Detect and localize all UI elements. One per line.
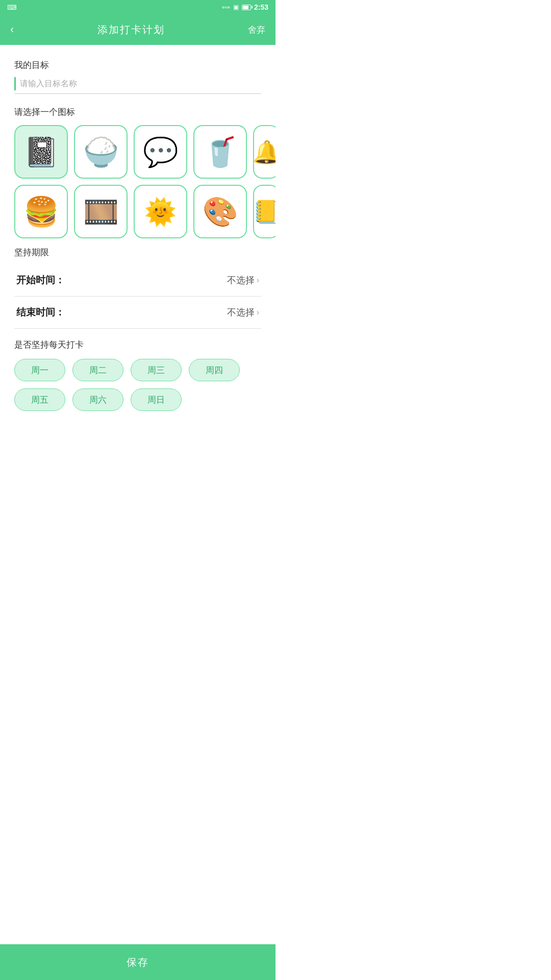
film-emoji: 🎞️: [83, 198, 119, 226]
daily-check-label: 是否坚持每天打卡: [14, 339, 261, 351]
header: ‹ 添加打卡计划 舍弃: [0, 14, 276, 45]
end-time-chevron: ›: [257, 308, 259, 317]
burger-emoji: 🍔: [23, 198, 59, 226]
icon-item-rice[interactable]: 🍚: [74, 125, 128, 179]
discard-button[interactable]: 舍弃: [248, 24, 265, 36]
weekday-mon[interactable]: 周一: [14, 359, 65, 381]
weekday-thu[interactable]: 周四: [189, 359, 240, 381]
start-time-row[interactable]: 开始时间： 不选择 ›: [14, 264, 261, 297]
chat-emoji: 💬: [143, 138, 179, 166]
icon-item-notebook[interactable]: 📓: [14, 125, 68, 179]
weekday-wed[interactable]: 周三: [131, 359, 182, 381]
weekday-grid: 周一 周二 周三 周四 周五 周六 周日: [14, 359, 261, 411]
end-time-row[interactable]: 结束时间： 不选择 ›: [14, 297, 261, 329]
weekday-sat[interactable]: 周六: [72, 388, 123, 411]
status-bar: ⌨ ⟺ ▣ 2:53: [0, 0, 276, 14]
battery-icon: [242, 5, 251, 10]
weekday-sun[interactable]: 周日: [131, 388, 182, 411]
start-time-value: 不选择 ›: [227, 274, 259, 286]
notebook2-emoji: 📒: [253, 199, 276, 225]
icon-item-drink[interactable]: 🥤: [193, 125, 247, 179]
status-time: 2:53: [254, 3, 268, 11]
weekday-fri[interactable]: 周五: [14, 388, 65, 411]
content-area: 我的目标 请选择一个图标 📓 🍚 💬 🥤 🔔 🍔 🎞️ 🌞: [0, 45, 276, 421]
goal-input-wrapper: [14, 77, 261, 94]
icon-select-label: 请选择一个图标: [14, 106, 261, 118]
icon-item-chat[interactable]: 💬: [134, 125, 187, 179]
icon-row-2: 🍔 🎞️ 🌞 🎨 📒: [14, 185, 261, 238]
signal-icon: ⟺: [222, 4, 230, 11]
drink-emoji: 🥤: [203, 138, 238, 166]
start-time-chevron: ›: [257, 276, 259, 285]
icon-item-sun[interactable]: 🌞: [134, 185, 187, 238]
keyboard-icon: ⌨: [7, 4, 17, 11]
end-time-label: 结束时间：: [16, 306, 65, 319]
icon-row-1: 📓 🍚 💬 🥤 🔔: [14, 125, 261, 179]
back-button[interactable]: ‹: [10, 23, 14, 36]
sun-emoji: 🌞: [144, 199, 177, 225]
start-time-label: 开始时间：: [16, 274, 65, 287]
palette-emoji: 🎨: [203, 198, 238, 226]
sim-icon: ▣: [233, 4, 239, 11]
icon-item-film[interactable]: 🎞️: [74, 185, 128, 238]
icon-item-palette[interactable]: 🎨: [193, 185, 247, 238]
icon-item-partial-bell[interactable]: 🔔: [253, 125, 276, 179]
my-goal-label: 我的目标: [14, 59, 261, 71]
weekday-tue[interactable]: 周二: [72, 359, 123, 381]
duration-label: 坚持期限: [14, 247, 261, 258]
page-title: 添加打卡计划: [97, 23, 165, 37]
notebook-emoji: 📓: [23, 138, 59, 166]
duration-section: 开始时间： 不选择 › 结束时间： 不选择 ›: [14, 264, 261, 329]
icon-item-partial-notebook2[interactable]: 📒: [253, 185, 276, 238]
icon-item-burger[interactable]: 🍔: [14, 185, 68, 238]
rice-emoji: 🍚: [83, 138, 119, 166]
bell-emoji: 🔔: [253, 139, 276, 165]
end-time-value: 不选择 ›: [227, 306, 259, 318]
goal-input[interactable]: [14, 77, 261, 90]
